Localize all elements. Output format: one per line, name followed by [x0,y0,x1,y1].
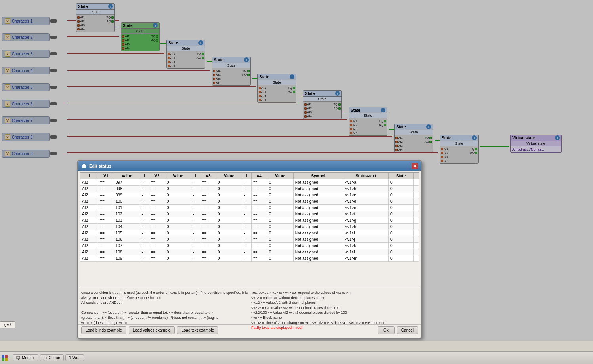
cell-r9-c1: == [98,236,114,243]
cell-r1-c12: Not assigned [293,186,343,192]
cell-r4-c0: AI2 [80,205,98,211]
data-table-container[interactable]: I V1 Value I V2 Value I V3 Value I V4 Va… [80,172,419,287]
cell-r9-c10: == [251,236,267,243]
cell-r8-c4: == [149,230,165,236]
cell-r10-c3: - [140,243,149,249]
info-right-text: Text boxes: <v1> to <v4> correspond to t… [251,290,418,323]
cell-r4-c12: Not assigned [293,205,343,211]
cell-r10-c1: == [98,243,114,249]
cell-r5-c3: - [140,211,149,217]
cell-r7-c13: <v1>h [343,224,389,230]
ok-button[interactable]: Ok [378,326,395,334]
cell-r2-c9: - [242,192,251,198]
taskbar-monitor-btn[interactable]: Monitor [13,354,38,361]
cell-r7-c4: == [149,224,165,230]
modal-header: Edit status ✕ [78,161,421,171]
cell-r2-c10: == [251,192,267,198]
taskbar-1wi-btn[interactable]: 1-Wi... [65,354,84,361]
cell-r0-spacer [414,179,419,186]
cell-r5-c6: - [191,211,200,217]
cell-r7-c10: == [251,224,267,230]
cell-r9-spacer [414,236,419,243]
cell-r10-c4: == [149,243,165,249]
modal-close-button[interactable]: ✕ [412,163,418,169]
cell-r0-c7: == [200,179,216,186]
cell-r2-c12: Not assigned [293,192,343,198]
cell-r9-c3: - [140,236,149,243]
cell-r0-c10: == [251,179,267,186]
svg-rect-21 [2,358,4,361]
cell-r8-c7: == [200,230,216,236]
cell-r2-c13: <v1>c [343,192,389,198]
table-row[interactable]: AI2==099-==0-==0-==0Not assigned<v1>c0 [80,192,419,198]
cell-r1-c10: == [251,186,267,192]
cell-r6-c5: 0 [165,217,191,224]
cell-r6-c11: 0 [267,217,293,224]
col-v2: V2 [149,173,165,179]
svg-rect-23 [17,356,20,359]
cell-r3-c9: - [242,198,251,205]
cell-r3-c7: == [200,198,216,205]
tab-ge[interactable]: ge / [0,321,15,328]
table-row[interactable]: AI2==100-==0-==0-==0Not assigned<v1>d0 [80,198,419,205]
cell-r5-c12: Not assigned [293,211,343,217]
cell-r12-c5: 0 [165,255,191,262]
table-row[interactable]: AI2==101-==0-==0-==0Not assigned<v1>e0 [80,205,419,211]
table-row[interactable]: AI2==097-==0-==0-==0Not assigned<v1>a0 [80,179,419,186]
confirm-buttons-group: Ok Cancel [378,326,418,334]
cell-r5-c14: 0 [389,211,414,217]
1wi-label: 1-Wi... [69,356,80,360]
cell-r3-c3: - [140,198,149,205]
cell-r3-c4: == [149,198,165,205]
taskbar-left [2,355,8,361]
cell-r1-c2: 098 [114,186,140,192]
cell-r0-c5: 0 [165,179,191,186]
col-i1: I [80,173,98,179]
svg-marker-18 [82,164,86,168]
taskbar-enocean-btn[interactable]: EnOcean [40,354,64,361]
cell-r11-c9: - [242,249,251,255]
cell-r3-c2: 100 [114,198,140,205]
table-row[interactable]: AI2==108-==0-==0-==0Not assigned<v1>l0 [80,249,419,255]
cell-r3-spacer [414,198,419,205]
table-row[interactable]: AI2==106-==0-==0-==0Not assigned<v1>j0 [80,236,419,243]
load-text-button[interactable]: Load text example [177,326,218,334]
table-row[interactable]: AI2==109-==0-==0-==0Not assigned<v1>m0 [80,255,419,262]
cell-r5-c0: AI2 [80,211,98,217]
svg-rect-19 [2,355,4,358]
cell-r4-c5: 0 [165,205,191,211]
col-val1: Value [114,173,140,179]
cell-r9-c7: == [200,236,216,243]
cell-r5-c9: - [242,211,251,217]
cell-r7-c6: - [191,224,200,230]
cancel-button[interactable]: Cancel [397,326,418,334]
load-blinds-button[interactable]: Load blinds example [81,326,126,334]
col-state: State [389,173,414,179]
cell-r12-c1: == [98,255,114,262]
cell-r4-c14: 0 [389,205,414,211]
cell-r3-c11: 0 [267,198,293,205]
table-row[interactable]: AI2==107-==0-==0-==0Not assigned<v1>k0 [80,243,419,249]
cell-r1-c8: 0 [216,186,242,192]
enocean-label: EnOcean [44,356,60,360]
cell-r12-c12: Not assigned [293,255,343,262]
cell-r7-c0: AI2 [80,224,98,230]
cell-r10-c5: 0 [165,243,191,249]
table-row[interactable]: AI2==102-==0-==0-==0Not assigned<v1>f0 [80,211,419,217]
cell-r8-c0: AI2 [80,230,98,236]
table-row[interactable]: AI2==103-==0-==0-==0Not assigned<v1>g0 [80,217,419,224]
cell-r1-spacer [414,186,419,192]
load-values-button[interactable]: Load values example [129,326,175,334]
cell-r0-c11: 0 [267,179,293,186]
cell-r8-c5: 0 [165,230,191,236]
cell-r0-c3: - [140,179,149,186]
cell-r4-c9: - [242,205,251,211]
cell-r0-c4: == [149,179,165,186]
cell-r5-c10: == [251,211,267,217]
cell-r12-c7: == [200,255,216,262]
cell-r4-c2: 101 [114,205,140,211]
cell-r5-c8: 0 [216,211,242,217]
table-row[interactable]: AI2==098-==0-==0-==0Not assigned<v1>b0 [80,186,419,192]
table-row[interactable]: AI2==104-==0-==0-==0Not assigned<v1>h0 [80,224,419,230]
table-row[interactable]: AI2==105-==0-==0-==0Not assigned<v1>i0 [80,230,419,236]
